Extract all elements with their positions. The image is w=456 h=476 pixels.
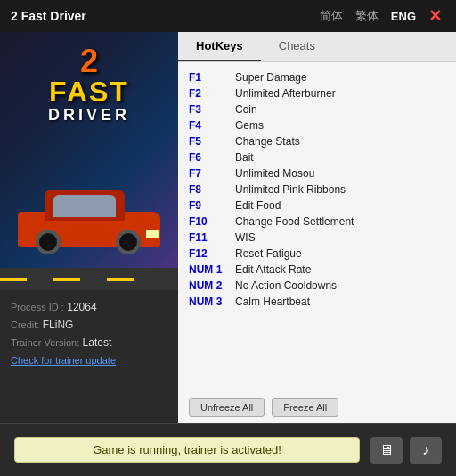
tab-hotkeys[interactable]: HotKeys [178,32,261,61]
info-panel: Process ID : 12064 Credit: FLiNG Trainer… [0,290,178,423]
hotkey-desc: Unlimited Pink Ribbons [235,183,346,196]
logo-fast: FAST [48,77,130,106]
tab-cheats[interactable]: Cheats [261,32,333,61]
music-icon-button[interactable]: ♪ [410,437,442,464]
process-row: Process ID : 12064 [11,301,167,313]
hotkey-desc: WIS [235,231,256,244]
status-icons: 🖥 ♪ [370,437,442,464]
hotkey-desc: Coin [235,103,257,116]
hotkey-key: F3 [189,103,235,116]
update-link[interactable]: Check for trainer update [11,355,116,366]
hotkey-row: F6Bait [189,149,445,165]
process-label: Process ID : [11,302,64,312]
lang-btn-eng[interactable]: ENG [387,8,419,25]
hotkey-desc: Reset Fatigue [235,247,302,260]
hotkey-desc: Unlimited Mosou [235,167,314,180]
buttons-area: Unfreeze All Freeze All [178,392,456,423]
hotkey-desc: Gems [235,119,264,132]
hotkey-desc: Edit Attack Rate [235,263,311,276]
car-headlight [146,230,159,238]
game-logo: 2 FAST DRIVER [48,45,130,125]
hotkey-desc: Change Food Settlement [235,215,354,228]
monitor-icon-button[interactable]: 🖥 [370,437,403,464]
hotkey-row: F10Change Food Settlement [189,214,445,230]
close-button[interactable]: ✕ [425,6,445,26]
hotkey-desc: Change Stats [235,135,300,148]
lang-btn-traditional[interactable]: 繁体 [352,6,382,26]
hotkey-key: F8 [189,183,235,196]
hotkey-desc: Edit Food [235,199,281,212]
hotkeys-list: F1Super DamageF2Unlimited AfterburnerF3C… [178,62,456,392]
hotkey-row: F11WIS [189,230,445,246]
hotkey-row: F1Super Damage [189,69,445,85]
road-line-1 [0,278,27,281]
hotkey-key: F9 [189,199,235,212]
hotkey-desc: Bait [235,151,254,164]
right-panel: HotKeys Cheats F1Super DamageF2Unlimited… [178,32,456,423]
hotkey-row: F3Coin [189,101,445,117]
hotkey-key: F4 [189,119,235,132]
hotkey-key: F11 [189,231,235,244]
logo-driver: DRIVER [48,106,130,125]
hotkey-row: F7Unlimited Mosou [189,165,445,182]
credit-label: Credit: [11,319,39,330]
logo-number: 2 [48,45,130,77]
hotkey-row: NUM 2No Action Cooldowns [189,278,445,294]
title-bar-left: 2 Fast Driver [11,9,86,23]
trainer-label: Trainer Version: [11,337,79,348]
main-content: 2 FAST DRIVER Process ID : 12064 [0,32,456,423]
lang-buttons: 简体 繁体 ENG ✕ [316,6,445,26]
tabs-bar: HotKeys Cheats [178,32,456,62]
monitor-icon: 🖥 [379,442,394,458]
app-title: 2 Fast Driver [11,9,86,23]
road-line-3 [107,278,134,281]
music-icon: ♪ [422,442,429,458]
hotkey-row: NUM 3Calm Heartbeat [189,294,445,310]
game-image: 2 FAST DRIVER [0,32,178,290]
hotkey-key: F7 [189,167,235,180]
credit-row: Credit: FLiNG [11,319,167,331]
hotkey-key: NUM 2 [189,279,235,292]
hotkey-key: F10 [189,215,235,228]
status-bar: Game is running, trainer is activated! 🖥… [0,423,456,476]
process-value: 12064 [67,301,96,313]
hotkey-key: NUM 1 [189,263,235,276]
unfreeze-all-button[interactable]: Unfreeze All [189,398,265,417]
hotkey-desc: Unlimited Afterburner [235,87,336,100]
status-message: Game is running, trainer is activated! [14,437,360,463]
hotkey-row: F9Edit Food [189,198,445,214]
hotkey-key: F2 [189,87,235,100]
hotkey-row: F5Change Stats [189,133,445,149]
credit-value: FLiNG [43,319,74,331]
hotkey-row: F2Unlimited Afterburner [189,85,445,101]
hotkey-key: F1 [189,71,235,84]
hotkey-row: NUM 1Edit Attack Rate [189,262,445,278]
hotkey-key: NUM 3 [189,295,235,308]
hotkey-desc: Calm Heartbeat [235,295,310,308]
car-wheel-right [116,230,141,254]
title-bar: 2 Fast Driver 简体 繁体 ENG ✕ [0,0,456,32]
hotkey-row: F8Unlimited Pink Ribbons [189,182,445,198]
road-line-2 [53,278,80,281]
hotkey-row: F12Reset Fatigue [189,246,445,262]
hotkey-key: F12 [189,247,235,260]
update-row: Check for trainer update [11,354,167,367]
lang-btn-simplified[interactable]: 简体 [316,6,346,26]
trainer-value: Latest [83,336,112,349]
hotkey-key: F6 [189,151,235,164]
car-illustration [18,201,160,263]
hotkey-row: F4Gems [189,117,445,133]
car-wheel-left [36,230,61,254]
hotkey-desc: Super Damage [235,71,307,84]
car-window [53,195,116,217]
left-panel: 2 FAST DRIVER Process ID : 12064 [0,32,178,423]
road-decoration [0,268,178,290]
freeze-all-button[interactable]: Freeze All [272,398,338,417]
hotkey-desc: No Action Cooldowns [235,279,337,292]
hotkey-key: F5 [189,135,235,148]
trainer-row: Trainer Version: Latest [11,336,167,349]
